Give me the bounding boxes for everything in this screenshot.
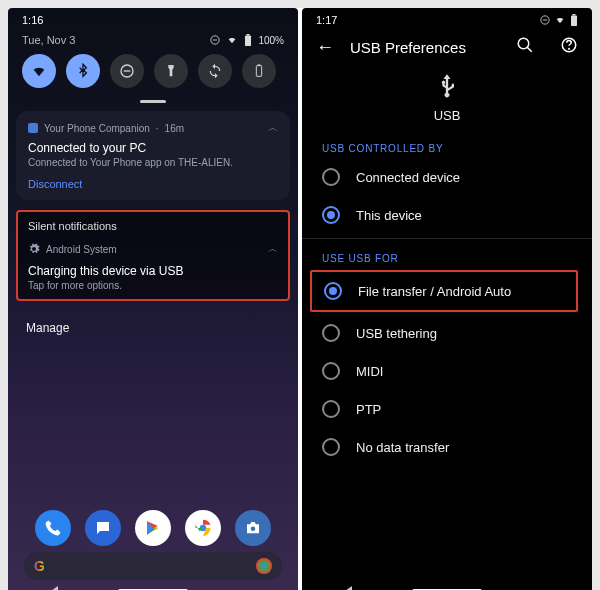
svg-rect-12 [543, 20, 547, 21]
qs-rotate-toggle[interactable] [198, 54, 232, 88]
radio-icon [322, 324, 340, 342]
your-phone-icon [28, 123, 38, 133]
phone-app-icon[interactable] [35, 510, 71, 546]
status-time: 1:17 [316, 14, 337, 26]
shade-header: Tue, Nov 3 100% [8, 28, 298, 54]
qs-flashlight-toggle[interactable] [154, 54, 188, 88]
notif-subtitle: Connected to Your Phone app on THE-ALIEN… [28, 157, 278, 168]
svg-point-10 [251, 527, 256, 532]
silent-notifications-section: Silent notifications Android System ︿ Ch… [16, 210, 290, 301]
nav-back-button[interactable] [345, 586, 352, 590]
back-button[interactable]: ← [316, 37, 334, 58]
gear-icon [28, 243, 40, 255]
radio-label: USB tethering [356, 326, 437, 341]
option-this-device[interactable]: This device [302, 196, 592, 234]
svg-rect-7 [258, 64, 261, 65]
status-time: 1:16 [22, 14, 43, 26]
disconnect-button[interactable]: Disconnect [28, 178, 278, 190]
page-title: USB Preferences [350, 39, 490, 56]
manage-button[interactable]: Manage [8, 309, 298, 347]
radio-label: MIDI [356, 364, 383, 379]
battery-percent: 100% [258, 35, 284, 46]
option-file-transfer[interactable]: File transfer / Android Auto [312, 272, 576, 310]
radio-label: File transfer / Android Auto [358, 284, 511, 299]
section-usb-controlled-by: USB CONTROLLED BY [302, 133, 592, 158]
status-icons [540, 14, 578, 26]
svg-rect-1 [213, 40, 217, 41]
camera-app-icon[interactable] [235, 510, 271, 546]
notification-android-system[interactable]: Android System ︿ [28, 242, 278, 256]
notif-app-name: Your Phone Companion [44, 123, 150, 134]
svg-rect-5 [124, 70, 131, 71]
silent-notifications-label: Silent notifications [28, 220, 278, 232]
svg-line-16 [527, 47, 532, 52]
qs-wifi-toggle[interactable] [22, 54, 56, 88]
nav-bar [302, 584, 592, 590]
svg-rect-6 [256, 66, 261, 77]
notif-separator: · [156, 123, 159, 134]
section-use-usb-for: USE USB FOR [302, 243, 592, 268]
shade-date: Tue, Nov 3 [22, 34, 75, 46]
play-store-app-icon[interactable] [135, 510, 171, 546]
highlighted-option: File transfer / Android Auto [310, 270, 578, 312]
assistant-icon[interactable] [256, 558, 272, 574]
svg-rect-14 [573, 14, 576, 16]
wifi-icon [226, 35, 238, 45]
battery-icon [244, 34, 252, 46]
shade-drag-handle[interactable] [140, 100, 166, 103]
radio-icon [324, 282, 342, 300]
radio-icon [322, 400, 340, 418]
google-search-bar[interactable]: G [24, 552, 282, 580]
search-icon[interactable] [516, 36, 534, 58]
option-no-data-transfer[interactable]: No data transfer [302, 428, 592, 466]
status-icons: 100% [210, 34, 284, 46]
usb-preferences-screen: 1:17 ← USB Preferences USB USB CONTROLLE… [302, 8, 592, 590]
messages-app-icon[interactable] [85, 510, 121, 546]
help-icon[interactable] [560, 36, 578, 58]
qs-dnd-toggle[interactable] [110, 54, 144, 88]
svg-rect-3 [247, 34, 250, 36]
usb-hero-label: USB [302, 108, 592, 123]
radio-icon [322, 362, 340, 380]
status-bar: 1:16 [8, 8, 298, 28]
usb-icon [433, 72, 461, 100]
notification-shade-screen: 1:16 Tue, Nov 3 100% Your Phone Companio… [8, 8, 298, 590]
nav-bar [8, 584, 298, 590]
notif-age: 16m [165, 123, 184, 134]
app-bar: ← USB Preferences [302, 28, 592, 68]
divider [302, 238, 592, 239]
radio-label: This device [356, 208, 422, 223]
status-bar: 1:17 [302, 8, 592, 28]
svg-rect-13 [571, 16, 577, 27]
usb-hero: USB [302, 68, 592, 133]
svg-point-18 [569, 48, 570, 49]
svg-point-15 [518, 38, 529, 49]
quick-settings-row [8, 54, 298, 98]
qs-bluetooth-toggle[interactable] [66, 54, 100, 88]
radio-icon [322, 206, 340, 224]
battery-icon [570, 14, 578, 26]
notif-app-name: Android System [46, 244, 117, 255]
qs-battery-saver-toggle[interactable] [242, 54, 276, 88]
notification-your-phone[interactable]: Your Phone Companion · 16m ︿ Connected t… [16, 111, 290, 200]
option-connected-device[interactable]: Connected device [302, 158, 592, 196]
dnd-icon [540, 15, 550, 25]
home-dock [8, 510, 298, 546]
radio-icon [322, 168, 340, 186]
chevron-up-icon[interactable]: ︿ [268, 121, 278, 135]
chrome-app-icon[interactable] [185, 510, 221, 546]
option-ptp[interactable]: PTP [302, 390, 592, 428]
dnd-icon [210, 35, 220, 45]
svg-rect-2 [245, 36, 251, 47]
option-midi[interactable]: MIDI [302, 352, 592, 390]
notif-subtitle: Tap for more options. [28, 280, 278, 291]
google-logo-icon: G [34, 558, 45, 574]
chevron-up-icon[interactable]: ︿ [268, 242, 278, 256]
wifi-icon [554, 15, 566, 25]
radio-label: No data transfer [356, 440, 449, 455]
radio-label: Connected device [356, 170, 460, 185]
option-usb-tethering[interactable]: USB tethering [302, 314, 592, 352]
nav-back-button[interactable] [51, 586, 58, 590]
notif-title: Connected to your PC [28, 141, 278, 155]
radio-icon [322, 438, 340, 456]
